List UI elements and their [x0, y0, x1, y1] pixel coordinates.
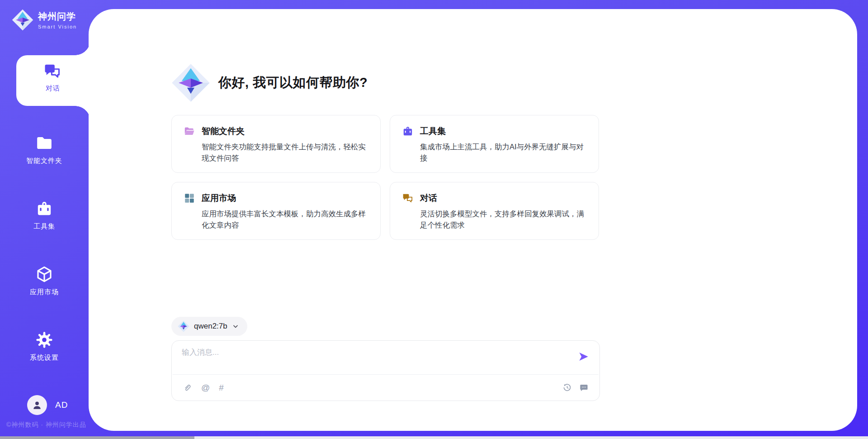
brand: 神州问学 Smart Vision: [12, 9, 77, 31]
scrollbar-thumb[interactable]: [0, 436, 194, 439]
sidebar-item-label: 对话: [16, 84, 90, 93]
card-chat[interactable]: 对话 灵活切换多模型文件，支持多样回复效果调试，满足个性化需求: [390, 182, 599, 240]
sidebar-item-label: 工具集: [0, 222, 89, 231]
sidebar-item-toolset[interactable]: 工具集: [0, 200, 89, 231]
toolbox-icon: [402, 125, 414, 137]
hashtag-icon[interactable]: #: [219, 383, 224, 392]
brand-logo-icon: [12, 9, 33, 31]
copyright-text: ©神州数码 · 神州问学出品: [6, 421, 86, 429]
user-profile[interactable]: AD: [27, 395, 68, 415]
chat-bubble-icon[interactable]: [579, 383, 589, 392]
greeting: 你好, 我可以如何帮助你?: [171, 63, 600, 102]
card-title: 应用市场: [202, 192, 236, 204]
sidebar-item-settings[interactable]: 系统设置: [0, 331, 89, 362]
folder-open-icon: [184, 125, 195, 137]
mention-icon[interactable]: @: [201, 383, 210, 392]
horizontal-scrollbar[interactable]: [0, 436, 868, 439]
sidebar-item-label: 应用市场: [0, 288, 89, 296]
sidebar: 神州问学 Smart Vision 对话 智能文件夹: [0, 0, 89, 439]
attachment-icon[interactable]: [183, 383, 192, 392]
sidebar-item-chat[interactable]: 对话: [16, 55, 90, 106]
card-app-market[interactable]: 应用市场 应用市场提供丰富长文本模板，助力高效生成多样化文章内容: [171, 182, 381, 240]
message-input[interactable]: [182, 348, 571, 357]
sidebar-item-label: 智能文件夹: [0, 157, 89, 165]
card-title: 工具集: [420, 125, 446, 137]
card-title: 智能文件夹: [202, 125, 245, 137]
card-description: 灵活切换多模型文件，支持多样回复效果调试，满足个性化需求: [420, 208, 587, 231]
card-toolset[interactable]: 工具集 集成市场上主流工具，助力AI与外界无缝扩展与对接: [390, 115, 599, 173]
card-description: 智能文件夹功能支持批量文件上传与清洗，轻松实现文件问答: [202, 141, 368, 164]
card-smart-folder[interactable]: 智能文件夹 智能文件夹功能支持批量文件上传与清洗，轻松实现文件问答: [171, 115, 381, 173]
card-title: 对话: [420, 192, 437, 204]
feature-cards: 智能文件夹 智能文件夹功能支持批量文件上传与清洗，轻松实现文件问答 工具集 集成…: [171, 115, 600, 240]
person-icon: [31, 399, 43, 411]
avatar: [27, 395, 47, 415]
assistant-logo-icon: [171, 63, 210, 102]
sidebar-item-app-market[interactable]: 应用市场: [0, 265, 89, 296]
chat-icon: [402, 192, 414, 204]
chat-icon: [43, 62, 62, 81]
gear-icon: [35, 331, 53, 349]
cube-icon: [35, 265, 53, 283]
tab-flare-bottom: [75, 106, 90, 121]
chevron-down-icon: [232, 323, 239, 330]
tab-flare-top: [75, 40, 90, 55]
greeting-title: 你好, 我可以如何帮助你?: [218, 74, 368, 92]
card-description: 集成市场上主流工具，助力AI与外界无缝扩展与对接: [420, 141, 587, 164]
model-logo-icon: [178, 320, 189, 332]
main-content: 你好, 我可以如何帮助你? 智能文件夹 智能文件夹功能支持批量文件上传与清洗，轻…: [171, 63, 600, 401]
history-icon[interactable]: [562, 383, 572, 392]
model-selector[interactable]: qwen2:7b: [171, 317, 247, 336]
folder-icon: [35, 134, 53, 152]
model-name: qwen2:7b: [194, 322, 227, 331]
toolbox-icon: [35, 200, 53, 218]
sidebar-item-smart-folder[interactable]: 智能文件夹: [0, 134, 89, 165]
message-composer: @ #: [171, 340, 600, 401]
card-description: 应用市场提供丰富长文本模板，助力高效生成多样化文章内容: [202, 208, 368, 231]
brand-subtitle: Smart Vision: [38, 24, 77, 29]
apps-grid-icon: [184, 192, 195, 204]
brand-name: 神州问学: [38, 10, 77, 23]
sidebar-item-label: 系统设置: [0, 353, 89, 362]
user-initials: AD: [55, 400, 68, 410]
send-icon[interactable]: [578, 351, 590, 363]
